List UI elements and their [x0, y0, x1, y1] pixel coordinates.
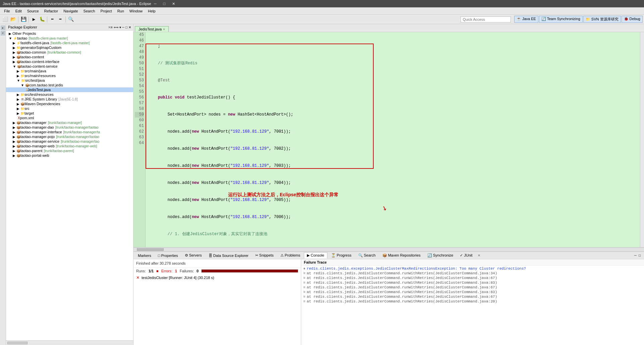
menu-navigate[interactable]: Navigate: [61, 7, 80, 14]
runs-label: Runs:: [136, 269, 146, 273]
trace-line-1[interactable]: ≡ at redis.clients.jedis.JedisClusterCom…: [303, 271, 643, 276]
titlebar-controls[interactable]: ─ □ ✕: [151, 2, 178, 6]
line-num-57: 57: [135, 100, 144, 106]
tab-datasource[interactable]: 🗄 Data Source Explorer: [206, 253, 252, 259]
tree-content-service[interactable]: ▼ 📦 taotao-content-service: [6, 64, 133, 69]
left-icon-1[interactable]: ▸: [1, 25, 5, 30]
trace-line-3[interactable]: ≡ at redis.clients.jedis.JedisClusterCom…: [303, 280, 643, 285]
trace-line-6[interactable]: ≡ at redis.clients.jedis.JedisClusterCom…: [303, 294, 643, 299]
tree-dao-proj-icon: 📦: [16, 126, 20, 129]
tree-fastdfs[interactable]: ▶ ⚡ fastdfs-client-java [fastdfs-client-…: [6, 41, 133, 45]
tree-generator[interactable]: ▶ 📁 generatorSqlmapCustom: [6, 45, 133, 50]
tree-target[interactable]: ▶ 📁 target: [6, 111, 133, 116]
menu-file[interactable]: File: [1, 7, 13, 14]
tree-pom[interactable]: X pom.xml: [6, 116, 133, 120]
tree-manager-interface[interactable]: ▶ 📦 taotao-manager-interface [trunk/taot…: [6, 130, 133, 134]
tree-taotao-content[interactable]: ▶ 📦 taotao-content: [6, 55, 133, 59]
pe-maximize[interactable]: □: [125, 25, 127, 29]
toolbar-run[interactable]: ▶: [30, 16, 38, 23]
menu-edit[interactable]: Edit: [13, 7, 24, 14]
tree-jre[interactable]: ▶ ☕ JRE System Library [JavaSE-1.8]: [6, 97, 133, 101]
pe-minimize[interactable]: ─: [122, 25, 124, 29]
tree-manager-pojo[interactable]: ▶ 📦 taotao-manager-pojo [trunk/taotao-ma…: [6, 134, 133, 139]
tree-manager[interactable]: ▶ 📦 taotao-manager [trunk/taotao-manager…: [6, 120, 133, 125]
tree-maven-deps[interactable]: ▶ 📦 Maven Dependencies: [6, 101, 133, 106]
editor-hscrollbar[interactable]: [133, 247, 644, 251]
tree-parent[interactable]: ▶ 📦 taotao-parent [trunk/taotao-parent]: [6, 148, 133, 153]
maximize-button[interactable]: □: [160, 2, 168, 6]
close-button[interactable]: ✕: [169, 2, 178, 6]
pe-scrollbar[interactable]: [6, 340, 133, 345]
pe-collapse-all[interactable]: ≡: [111, 25, 113, 29]
menu-refactor[interactable]: Refactor: [42, 7, 61, 14]
tree-other-projects[interactable]: ▶ Other Projects: [6, 31, 133, 36]
pe-menu[interactable]: ▾: [119, 25, 121, 29]
tree-src-main-java[interactable]: ▶ 📁 src/main/java: [6, 69, 133, 73]
tree-content-interface[interactable]: ▶ 📦 taotao-content-interface: [6, 59, 133, 64]
pe-close[interactable]: ✕: [128, 25, 131, 29]
tree-portal-web[interactable]: ▶ 📦 taotao-portal-web: [6, 153, 133, 158]
tree-jedistest-file[interactable]: J JedisTest.java: [6, 87, 133, 92]
menu-help[interactable]: Help: [145, 7, 158, 14]
bottom-maximize[interactable]: □: [638, 253, 641, 258]
editor-tab-close[interactable]: ×: [163, 27, 165, 31]
tab-servers[interactable]: ⚙ Servers: [182, 252, 205, 259]
tree-manager-service[interactable]: ▶ 📦 taotao-manager-service [trunk/taotao…: [6, 139, 133, 144]
menu-search[interactable]: Search: [81, 7, 98, 14]
toolbar-save[interactable]: 💾: [20, 16, 27, 23]
editor-tab-jedistest[interactable]: JedisTest.java ×: [135, 26, 169, 32]
toolbar-search[interactable]: 🔍: [67, 16, 74, 23]
trace-line-4[interactable]: ≡ at redis.clients.jedis.JedisClusterCom…: [303, 285, 643, 290]
quick-access-input[interactable]: [461, 16, 511, 22]
tree-package-jedis[interactable]: ▼ 📦 com.taotao.test.jedis: [6, 83, 133, 87]
code-content[interactable]: ; // 测试集群版Redis @Test public void testJe…: [146, 32, 640, 247]
tree-src-test-res[interactable]: ▶ 📁 src/test/resources: [6, 92, 133, 97]
tab-snippets[interactable]: ✂ Snippets: [252, 252, 277, 259]
tab-sync[interactable]: 🔄 Synchronize: [424, 252, 457, 259]
tree-mvn-label: Maven Dependencies: [24, 102, 60, 106]
tree-taotao[interactable]: ▼ ⚡ taotao [fastdfs-client-java master]: [6, 36, 133, 41]
perspective-svn[interactable]: 📁 SVN 资源库研究: [583, 16, 621, 23]
tab-progress[interactable]: ⏳ Progress: [328, 252, 355, 259]
pe-link-editor[interactable]: ⟺: [114, 25, 118, 29]
toolbar-debug[interactable]: 🐛: [38, 16, 46, 23]
toolbar-next[interactable]: ➡: [57, 16, 64, 23]
trace-line-5[interactable]: ≡ at redis.clients.jedis.JedisClusterCom…: [303, 290, 643, 294]
editor-scrollbar[interactable]: [640, 32, 644, 247]
pe-scrollbar-thumb[interactable]: [7, 342, 28, 344]
tab-problems[interactable]: ⚠ Problems: [277, 252, 304, 259]
tree-manager-dao[interactable]: ▶ 📦 taotao-manager-dao [trunk/taotao-man…: [6, 125, 133, 130]
editor-hscrollbar-thumb[interactable]: [137, 248, 164, 251]
trace-line-2[interactable]: ≡ at redis.clients.jedis.JedisClusterCom…: [303, 276, 643, 280]
toolbar-new[interactable]: ⬜: [1, 16, 9, 23]
toolbar-prev[interactable]: ⬅: [49, 16, 56, 23]
line-num-55: 55: [135, 89, 144, 95]
tab-maven[interactable]: 📦 Maven Repositories: [379, 252, 424, 259]
test-item-jediscluster[interactable]: ✕ testJedisCluster [Runner: JUnit 4] (30…: [133, 274, 301, 281]
toolbar-open[interactable]: 📂: [9, 16, 17, 23]
tree-src-main-res[interactable]: ▶ 📁 src/main/resources: [6, 73, 133, 78]
tab-markers[interactable]: Markers: [135, 253, 154, 259]
trace-line-7[interactable]: ≡ at redis.clients.jedis.JedisClusterCom…: [303, 299, 643, 304]
tree-taotao-common[interactable]: ▶ 📦 taotao-common [trunk/taotao-common]: [6, 50, 133, 55]
tab-console[interactable]: ▶ Console: [304, 252, 327, 259]
tree-manager-web[interactable]: ▶ 📦 taotao-manager-web [trunk/taotao-man…: [6, 144, 133, 148]
finished-text: Finished after 30.278 seconds: [133, 259, 301, 268]
menu-window[interactable]: Window: [127, 7, 145, 14]
menu-project[interactable]: Project: [98, 7, 114, 14]
perspective-javaee[interactable]: ☕ Java EE: [514, 16, 538, 23]
perspective-debug[interactable]: 🐞 Debug: [622, 16, 643, 23]
perspective-team[interactable]: 🔄 Team Synchronizing: [539, 16, 583, 23]
bottom-minimize[interactable]: ─: [634, 253, 637, 258]
minimize-button[interactable]: ─: [151, 2, 159, 6]
tree-src-test-java[interactable]: ▼ 📁 src/test/java: [6, 78, 133, 83]
left-icon-2[interactable]: ⚡: [1, 31, 5, 36]
tab-junit[interactable]: ✓ JUnit: [457, 252, 475, 259]
tab-search[interactable]: 🔍 Search: [355, 252, 379, 259]
menu-run[interactable]: Run: [115, 7, 127, 14]
tab-properties[interactable]: □ Properties: [155, 253, 181, 259]
menu-source[interactable]: Source: [24, 7, 42, 14]
trace-line-0[interactable]: ♦ redis.clients.jedis.exceptions.JedisCl…: [303, 266, 643, 271]
tree-src[interactable]: ▶ 📁 src: [6, 106, 133, 111]
tab-junit-close[interactable]: ✕: [478, 254, 480, 257]
